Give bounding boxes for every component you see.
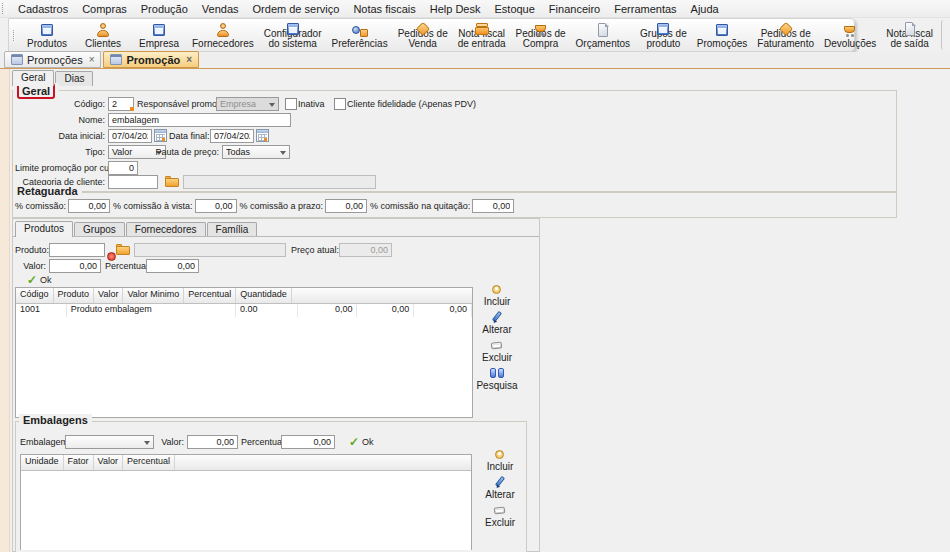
produto-lookup-folder-icon[interactable] (116, 244, 131, 256)
toolbar-button[interactable]: Devoluções (819, 20, 881, 50)
promo-subtab[interactable]: Dias (55, 71, 93, 86)
column-header[interactable]: Percentual (184, 288, 236, 303)
menu-item[interactable]: Ordem de serviço (246, 2, 347, 16)
toolbar-button[interactable]: Fornecedores (187, 20, 259, 50)
comissao-input[interactable] (68, 199, 110, 213)
toolbar-button[interactable]: Empresa (131, 20, 187, 50)
toolbar-button[interactable]: Produtos (19, 20, 75, 50)
embalagem-select[interactable] (65, 435, 154, 449)
embalagens-legend: Embalagens (19, 414, 92, 426)
action-button[interactable]: Excluir (476, 504, 524, 528)
column-header[interactable]: Quantidade (236, 288, 292, 303)
toolbar-button[interactable]: Pedidos de Venda (393, 20, 453, 50)
action-button[interactable]: Pesquisa (473, 367, 521, 391)
toolbar-button[interactable]: Configurador do sistema (259, 20, 327, 50)
retaguarda-fields: % comissão: 0,00 % comissão à vista: 0,0… (15, 199, 517, 213)
toolbar-grip[interactable] (13, 30, 15, 41)
menu-item[interactable]: Cadastros (11, 2, 75, 16)
toolbar-button[interactable]: Orçamentos (571, 20, 635, 50)
toolbar-button[interactable]: Promoções (692, 20, 753, 50)
comissao-label: % comissão na quitação: (370, 199, 470, 213)
responsavel-select[interactable]: Empresa (216, 97, 279, 111)
column-header[interactable]: Fator (64, 455, 94, 470)
categoria-input[interactable] (108, 175, 158, 189)
embalagem-ok-button[interactable]: ✓ Ok (349, 436, 374, 448)
emb-percentual-input[interactable] (281, 435, 335, 449)
close-icon[interactable]: × (184, 55, 192, 65)
produto-input[interactable] (49, 243, 105, 257)
column-header[interactable]: Produto (54, 288, 95, 303)
data-final-input[interactable] (210, 129, 254, 143)
comissao-input[interactable] (472, 199, 514, 213)
categoria-lookup-folder-icon[interactable] (165, 176, 180, 188)
emb-valor-input[interactable] (187, 435, 238, 449)
document-tab[interactable]: Promoções × (4, 51, 101, 68)
action-button[interactable]: Incluir (476, 448, 524, 472)
fidelidade-label: Cliente fidelidade (Apenas PDV) (347, 98, 476, 110)
limite-input[interactable] (108, 161, 138, 175)
action-button[interactable]: Alterar (473, 311, 521, 335)
toolbar-button[interactable]: Grupos de produto (635, 20, 692, 50)
toolbar-button[interactable]: Clientes (75, 20, 131, 50)
toolbar-button[interactable]: Nota fiscal de saída (881, 20, 938, 50)
close-icon[interactable]: × (87, 55, 95, 65)
itens-tab[interactable]: Grupos (74, 222, 125, 237)
data-inicial-input[interactable] (108, 129, 152, 143)
categoria-desc-input (183, 175, 376, 189)
data-final-label: Data final: (169, 129, 207, 143)
calendar-icon[interactable] (256, 129, 269, 142)
menu-item[interactable]: Vendas (195, 2, 246, 16)
menu-item[interactable]: Ajuda (684, 2, 726, 16)
menu-item[interactable]: Financeiro (542, 2, 607, 16)
itens-tab[interactable]: Produtos (15, 221, 73, 237)
column-header[interactable]: Código (16, 288, 54, 303)
geral-groupbox: Geral Código: Responsável promoção: Empr… (12, 90, 897, 192)
table-row[interactable]: 1001 Produto embalagem 0.00 0,00 0,00 0,… (16, 304, 472, 317)
itens-tab[interactable]: Fornecedores (126, 222, 206, 237)
comissao-input[interactable] (325, 199, 367, 213)
fidelidade-checkbox[interactable] (334, 98, 346, 110)
menu-item[interactable]: Estoque (487, 2, 541, 16)
produtos-table-body: 1001 Produto embalagem 0.00 0,00 0,00 0,… (16, 304, 472, 317)
column-header[interactable]: Percentual (123, 455, 175, 470)
cell-valor: 0.00 (236, 304, 298, 317)
toolbar-grip[interactable] (2, 3, 7, 14)
menu-item[interactable]: Help Desk (423, 2, 488, 16)
comissao-input[interactable] (195, 199, 237, 213)
column-header[interactable]: Valor (94, 455, 123, 470)
calendar-icon[interactable] (154, 129, 167, 142)
column-header[interactable]: Valor Minimo (123, 288, 184, 303)
menu-item[interactable]: Produção (134, 2, 195, 16)
toolbar-button[interactable]: Preferências (327, 20, 393, 50)
percentual-label: Percentual: (105, 259, 143, 273)
action-button[interactable]: Alterar (476, 476, 524, 500)
toolbar-button[interactable]: Pedidos de Compra (511, 20, 571, 50)
toolbar-button[interactable]: Pedidos de Faturamento (752, 20, 819, 50)
menu-item[interactable]: Compras (75, 2, 134, 16)
action-button-icon (490, 339, 504, 352)
action-button[interactable]: Excluir (473, 339, 521, 363)
column-header[interactable]: Unidade (21, 455, 64, 470)
toolbar-button[interactable]: Nota fiscal de entrada (453, 20, 511, 50)
check-icon: ✓ (349, 436, 359, 448)
toolbar-button[interactable]: Navegação rápida (941, 20, 950, 50)
check-icon: ✓ (27, 274, 37, 286)
inativa-checkbox[interactable] (285, 98, 297, 110)
column-header[interactable]: Valor (94, 288, 123, 303)
produto-ok-button[interactable]: ✓ Ok (27, 274, 52, 286)
valor-input[interactable] (49, 259, 101, 273)
document-tab-icon (110, 54, 122, 65)
menu-item[interactable]: Notas fiscais (346, 2, 422, 16)
toolbar-button-icon (38, 22, 56, 38)
toolbar-button-label: Orçamentos (576, 39, 630, 49)
percentual-input[interactable] (146, 259, 199, 273)
retaguarda-legend: Retaguarda (13, 185, 82, 197)
document-tab[interactable]: Promoção × (103, 51, 199, 68)
menu-item[interactable]: Ferramentas (607, 2, 683, 16)
promo-subtab[interactable]: Geral (12, 70, 54, 86)
pauta-select[interactable]: Todas (222, 145, 290, 159)
nome-input[interactable] (108, 113, 291, 127)
itens-tab[interactable]: Família (207, 222, 258, 237)
action-button[interactable]: Incluir (473, 283, 521, 307)
toolbar-button-label: Promoções (697, 39, 748, 49)
